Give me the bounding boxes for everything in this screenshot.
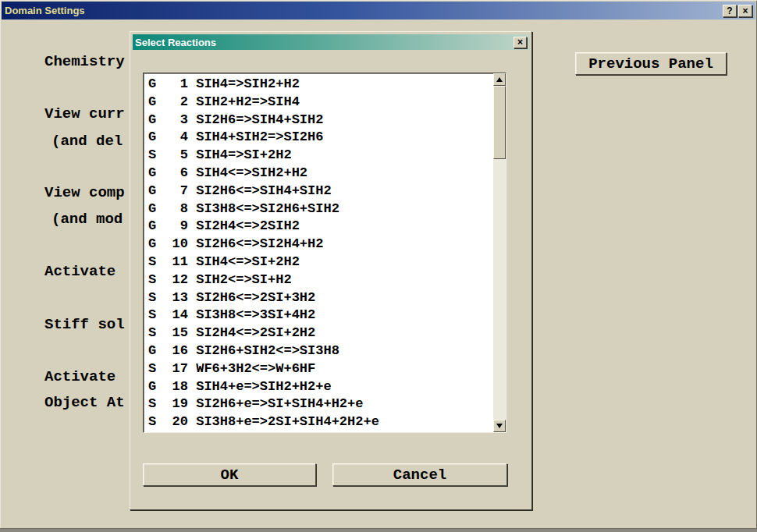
label-activate-1: Activate (44, 263, 116, 280)
window-titlebar[interactable]: Domain Settings ? × (2, 2, 755, 20)
list-item[interactable]: G 9 SI2H4<=>2SIH2 (148, 218, 492, 236)
domain-settings-window: Domain Settings ? × Chemistry View curr … (0, 0, 757, 532)
scroll-thumb[interactable] (493, 86, 506, 159)
list-item[interactable]: S 12 SIH2<=>SI+H2 (148, 271, 492, 289)
list-item[interactable]: S 13 SI2H6<=>2SI+3H2 (148, 289, 492, 307)
arrow-down-icon (496, 424, 503, 428)
list-item[interactable]: G 18 SIH4+e=>SIH2+H2+e (148, 378, 492, 396)
reaction-list: G 1 SIH4=>SIH2+H2G 2 SIH2+H2=>SIH4G 3 SI… (145, 75, 492, 431)
ok-button[interactable]: OK (143, 463, 316, 486)
label-and-delete: (and del (52, 133, 123, 150)
list-item[interactable]: G 6 SIH4<=>SIH2+H2 (148, 165, 492, 183)
label-chemistry: Chemistry (44, 53, 125, 70)
reaction-listbox: G 1 SIH4=>SIH2+H2G 2 SIH2+H2=>SIH4G 3 SI… (143, 73, 506, 433)
label-activate-2: Activate (44, 368, 116, 385)
list-item[interactable]: G 8 SI3H8<=>SI2H6+SIH2 (148, 200, 492, 218)
list-item[interactable]: S 11 SIH4<=>SI+2H2 (148, 254, 492, 271)
previous-panel-button[interactable]: Previous Panel (575, 52, 727, 75)
list-item[interactable]: G 2 SIH2+H2=>SIH4 (148, 94, 492, 112)
list-item[interactable]: S 15 SI2H4<=>2SI+2H2 (148, 325, 492, 342)
window-title: Domain Settings (5, 5, 721, 16)
label-stiff-solver: Stiff sol (44, 316, 125, 333)
list-item[interactable]: G 1 SIH4=>SIH2+H2 (148, 76, 492, 94)
label-view-current: View curr (44, 105, 125, 122)
list-item[interactable]: G 7 SI2H6<=>SIH4+SIH2 (148, 183, 492, 200)
label-view-composition: View comp (44, 184, 125, 201)
cancel-button[interactable]: Cancel (332, 463, 507, 486)
scroll-down-button[interactable] (493, 420, 506, 432)
list-item[interactable]: S 19 SI2H6+e=>SI+SIH4+H2+e (148, 395, 492, 413)
list-item[interactable]: G 10 SI2H6<=>SI2H4+H2 (148, 236, 492, 254)
list-item[interactable]: G 16 SI2H6+SIH2<=>SI3H8 (148, 342, 492, 360)
arrow-up-icon (496, 77, 503, 82)
list-item[interactable]: G 3 SI2H6=>SIH4+SIH2 (148, 112, 492, 129)
scrollbar[interactable] (493, 73, 506, 432)
select-reactions-dialog: Select Reactions × G 1 SIH4=>SIH2+H2G 2 … (130, 31, 532, 510)
list-item[interactable]: S 20 SI3H8+e=>2SI+SIH4+2H2+e (148, 413, 492, 431)
label-object-attributes: Object At (44, 394, 125, 411)
label-and-modify: (and mod (52, 211, 123, 228)
window-bottom-edge (0, 528, 757, 532)
window-close-button[interactable]: × (738, 5, 752, 17)
dialog-close-button[interactable]: × (514, 37, 527, 48)
list-item[interactable]: S 5 SIH4=>SI+2H2 (148, 147, 492, 165)
list-item[interactable]: S 14 SI3H8<=>3SI+4H2 (148, 307, 492, 325)
dialog-titlebar[interactable]: Select Reactions × (133, 34, 529, 50)
help-button[interactable]: ? (723, 5, 737, 17)
dialog-title: Select Reactions (135, 37, 514, 48)
scroll-up-button[interactable] (493, 73, 506, 86)
list-item[interactable]: G 4 SIH4+SIH2=>SI2H6 (148, 129, 492, 147)
list-item[interactable]: S 17 WF6+3H2<=>W+6HF (148, 360, 492, 378)
